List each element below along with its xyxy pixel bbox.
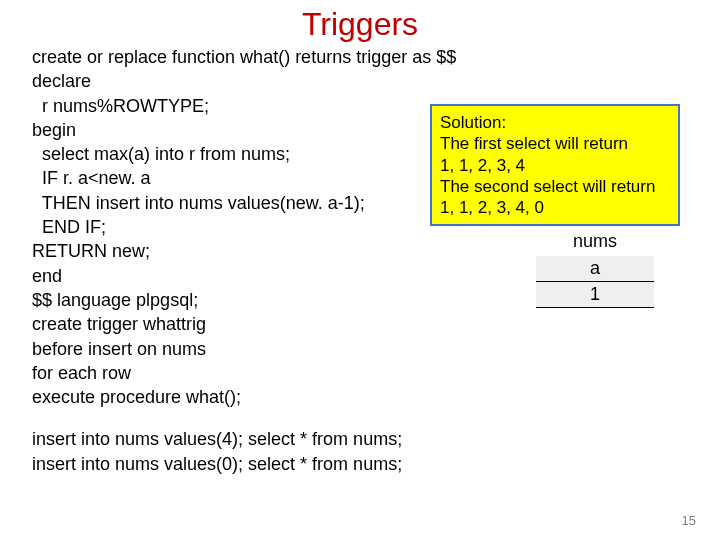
- solution-heading: Solution:: [440, 112, 670, 133]
- table-row: 1: [536, 282, 654, 308]
- nums-table: a 1: [536, 256, 654, 308]
- solution-values-1: 1, 1, 2, 3, 4: [440, 155, 670, 176]
- slide: Triggers create or replace function what…: [0, 6, 720, 540]
- solution-line-1: The first select will return: [440, 133, 670, 154]
- insert-statements: insert into nums values(4); select * fro…: [32, 427, 688, 476]
- nums-col-header: a: [536, 256, 654, 282]
- solution-values-2: 1, 1, 2, 3, 4, 0: [440, 197, 670, 218]
- table-row: a: [536, 256, 654, 282]
- code-block: create or replace function what() return…: [32, 45, 688, 409]
- solution-line-2: The second select will return: [440, 176, 670, 197]
- slide-title: Triggers: [32, 6, 688, 43]
- nums-table-block: nums a 1: [536, 231, 654, 308]
- solution-box: Solution: The first select will return 1…: [430, 104, 680, 226]
- nums-label: nums: [536, 231, 654, 252]
- nums-cell: 1: [536, 282, 654, 308]
- page-number: 15: [682, 513, 696, 528]
